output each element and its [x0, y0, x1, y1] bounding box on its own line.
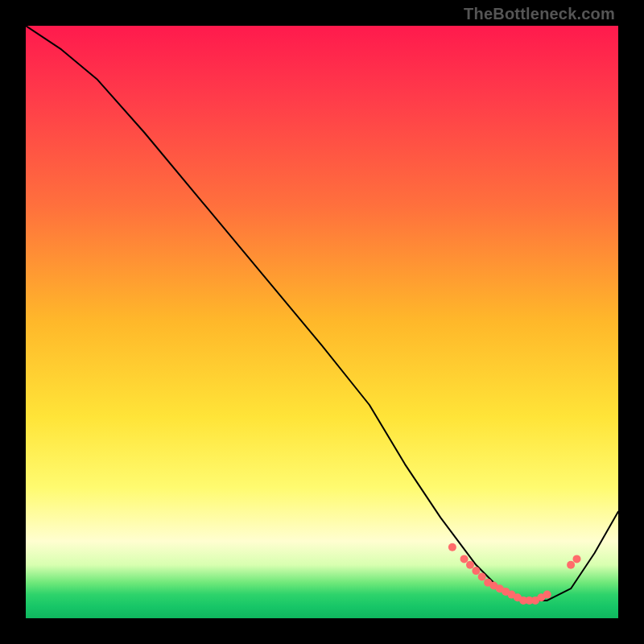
marker-dot — [567, 561, 575, 569]
marker-dot — [460, 555, 469, 563]
marker-group — [448, 543, 581, 605]
chart-frame: TheBottleneck.com — [0, 0, 644, 644]
marker-dot — [543, 591, 551, 599]
curve-svg — [26, 26, 618, 618]
marker-dot — [466, 561, 474, 569]
bottleneck-curve — [26, 26, 618, 601]
marker-dot — [478, 573, 486, 581]
watermark-text: TheBottleneck.com — [464, 5, 615, 23]
plot-area — [26, 26, 618, 618]
marker-dot — [448, 543, 456, 551]
marker-dot — [573, 555, 581, 563]
marker-dot — [472, 567, 480, 575]
